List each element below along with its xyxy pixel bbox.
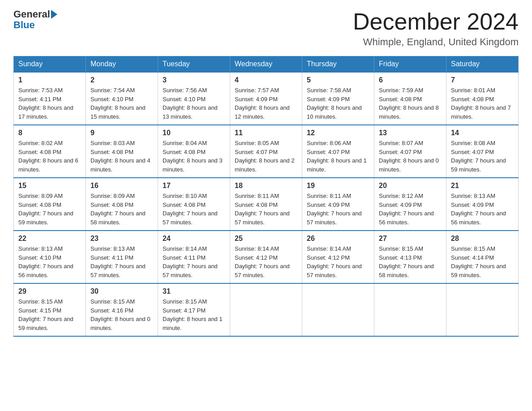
- day-number: 25: [235, 235, 297, 243]
- table-row: 5 Sunrise: 7:58 AM Sunset: 4:09 PM Dayli…: [302, 72, 374, 125]
- table-row: 27 Sunrise: 8:15 AM Sunset: 4:13 PM Dayl…: [374, 231, 446, 283]
- day-info: Sunrise: 8:14 AM Sunset: 4:11 PM Dayligh…: [163, 244, 225, 279]
- day-info: Sunrise: 7:54 AM Sunset: 4:10 PM Dayligh…: [90, 86, 153, 121]
- day-number: 15: [18, 182, 81, 190]
- day-number: 8: [18, 129, 81, 137]
- day-number: 6: [379, 76, 442, 84]
- table-row: 16 Sunrise: 8:09 AM Sunset: 4:08 PM Dayl…: [86, 178, 158, 231]
- calendar-table: Sunday Monday Tuesday Wednesday Thursday…: [13, 56, 519, 337]
- day-info: Sunrise: 8:04 AM Sunset: 4:08 PM Dayligh…: [163, 139, 225, 174]
- day-number: 29: [18, 287, 81, 295]
- table-row: 21 Sunrise: 8:13 AM Sunset: 4:09 PM Dayl…: [446, 178, 519, 231]
- day-number: 22: [18, 235, 81, 243]
- day-number: 12: [307, 129, 369, 137]
- page-header: General Blue December 2024 Whimple, Engl…: [13, 9, 519, 48]
- day-number: 9: [90, 129, 153, 137]
- table-row: 17 Sunrise: 8:10 AM Sunset: 4:08 PM Dayl…: [158, 178, 230, 231]
- day-info: Sunrise: 7:56 AM Sunset: 4:10 PM Dayligh…: [163, 86, 225, 121]
- table-row: 22 Sunrise: 8:13 AM Sunset: 4:10 PM Dayl…: [14, 231, 86, 283]
- day-info: Sunrise: 7:58 AM Sunset: 4:09 PM Dayligh…: [307, 86, 369, 121]
- day-number: 17: [163, 182, 225, 190]
- col-friday: Friday: [374, 56, 446, 73]
- day-info: Sunrise: 8:13 AM Sunset: 4:10 PM Dayligh…: [18, 244, 81, 279]
- table-row: 13 Sunrise: 8:07 AM Sunset: 4:07 PM Dayl…: [374, 125, 446, 178]
- day-info: Sunrise: 8:15 AM Sunset: 4:14 PM Dayligh…: [451, 244, 514, 279]
- day-number: 13: [379, 129, 442, 137]
- calendar-week-1: 1 Sunrise: 7:53 AM Sunset: 4:11 PM Dayli…: [14, 72, 519, 125]
- col-tuesday: Tuesday: [158, 56, 230, 73]
- day-info: Sunrise: 8:11 AM Sunset: 4:09 PM Dayligh…: [307, 192, 369, 227]
- table-row: 15 Sunrise: 8:09 AM Sunset: 4:08 PM Dayl…: [14, 178, 86, 231]
- day-info: Sunrise: 7:53 AM Sunset: 4:11 PM Dayligh…: [18, 86, 81, 121]
- table-row: 14 Sunrise: 8:08 AM Sunset: 4:07 PM Dayl…: [446, 125, 519, 178]
- day-number: 20: [379, 182, 442, 190]
- day-info: Sunrise: 8:01 AM Sunset: 4:08 PM Dayligh…: [451, 86, 514, 121]
- day-number: 26: [307, 235, 369, 243]
- table-row: 28 Sunrise: 8:15 AM Sunset: 4:14 PM Dayl…: [446, 231, 519, 283]
- day-number: 7: [451, 76, 514, 84]
- table-row: [302, 283, 374, 336]
- table-row: 29 Sunrise: 8:15 AM Sunset: 4:15 PM Dayl…: [14, 283, 86, 336]
- table-row: 1 Sunrise: 7:53 AM Sunset: 4:11 PM Dayli…: [14, 72, 86, 125]
- col-saturday: Saturday: [446, 56, 519, 73]
- col-sunday: Sunday: [14, 56, 86, 73]
- table-row: 9 Sunrise: 8:03 AM Sunset: 4:08 PM Dayli…: [86, 125, 158, 178]
- col-monday: Monday: [86, 56, 158, 73]
- table-row: [230, 283, 302, 336]
- day-info: Sunrise: 8:14 AM Sunset: 4:12 PM Dayligh…: [235, 244, 297, 279]
- day-number: 18: [235, 182, 297, 190]
- logo-general: General: [13, 9, 50, 20]
- calendar-header-row: Sunday Monday Tuesday Wednesday Thursday…: [14, 56, 519, 73]
- day-info: Sunrise: 7:59 AM Sunset: 4:08 PM Dayligh…: [379, 86, 442, 121]
- day-info: Sunrise: 8:10 AM Sunset: 4:08 PM Dayligh…: [163, 192, 225, 227]
- day-info: Sunrise: 8:15 AM Sunset: 4:15 PM Dayligh…: [18, 297, 81, 332]
- day-info: Sunrise: 8:09 AM Sunset: 4:08 PM Dayligh…: [18, 192, 81, 227]
- day-number: 3: [163, 76, 225, 84]
- table-row: 25 Sunrise: 8:14 AM Sunset: 4:12 PM Dayl…: [230, 231, 302, 283]
- table-row: 19 Sunrise: 8:11 AM Sunset: 4:09 PM Dayl…: [302, 178, 374, 231]
- table-row: 6 Sunrise: 7:59 AM Sunset: 4:08 PM Dayli…: [374, 72, 446, 125]
- day-number: 27: [379, 235, 442, 243]
- title-block: December 2024 Whimple, England, United K…: [353, 9, 519, 48]
- table-row: 4 Sunrise: 7:57 AM Sunset: 4:09 PM Dayli…: [230, 72, 302, 125]
- day-info: Sunrise: 8:12 AM Sunset: 4:09 PM Dayligh…: [379, 192, 442, 227]
- day-number: 16: [90, 182, 153, 190]
- day-info: Sunrise: 7:57 AM Sunset: 4:09 PM Dayligh…: [235, 86, 297, 121]
- day-info: Sunrise: 8:15 AM Sunset: 4:17 PM Dayligh…: [163, 297, 225, 332]
- day-info: Sunrise: 8:03 AM Sunset: 4:08 PM Dayligh…: [90, 139, 153, 174]
- table-row: 10 Sunrise: 8:04 AM Sunset: 4:08 PM Dayl…: [158, 125, 230, 178]
- table-row: 8 Sunrise: 8:02 AM Sunset: 4:08 PM Dayli…: [14, 125, 86, 178]
- day-number: 4: [235, 76, 297, 84]
- calendar-week-5: 29 Sunrise: 8:15 AM Sunset: 4:15 PM Dayl…: [14, 283, 519, 336]
- day-info: Sunrise: 8:02 AM Sunset: 4:08 PM Dayligh…: [18, 139, 81, 174]
- table-row: 7 Sunrise: 8:01 AM Sunset: 4:08 PM Dayli…: [446, 72, 519, 125]
- table-row: 12 Sunrise: 8:06 AM Sunset: 4:07 PM Dayl…: [302, 125, 374, 178]
- day-number: 2: [90, 76, 153, 84]
- day-number: 23: [90, 235, 153, 243]
- table-row: 23 Sunrise: 8:13 AM Sunset: 4:11 PM Dayl…: [86, 231, 158, 283]
- logo-arrow-icon: [51, 10, 57, 19]
- day-number: 19: [307, 182, 369, 190]
- table-row: 20 Sunrise: 8:12 AM Sunset: 4:09 PM Dayl…: [374, 178, 446, 231]
- calendar-week-4: 22 Sunrise: 8:13 AM Sunset: 4:10 PM Dayl…: [14, 231, 519, 283]
- table-row: 24 Sunrise: 8:14 AM Sunset: 4:11 PM Dayl…: [158, 231, 230, 283]
- day-info: Sunrise: 8:05 AM Sunset: 4:07 PM Dayligh…: [235, 139, 297, 174]
- table-row: [446, 283, 519, 336]
- day-info: Sunrise: 8:07 AM Sunset: 4:07 PM Dayligh…: [379, 139, 442, 174]
- table-row: 31 Sunrise: 8:15 AM Sunset: 4:17 PM Dayl…: [158, 283, 230, 336]
- calendar-week-2: 8 Sunrise: 8:02 AM Sunset: 4:08 PM Dayli…: [14, 125, 519, 178]
- day-info: Sunrise: 8:09 AM Sunset: 4:08 PM Dayligh…: [90, 192, 153, 227]
- day-number: 10: [163, 129, 225, 137]
- day-info: Sunrise: 8:15 AM Sunset: 4:13 PM Dayligh…: [379, 244, 442, 279]
- table-row: 11 Sunrise: 8:05 AM Sunset: 4:07 PM Dayl…: [230, 125, 302, 178]
- day-info: Sunrise: 8:13 AM Sunset: 4:09 PM Dayligh…: [451, 192, 514, 227]
- table-row: 26 Sunrise: 8:14 AM Sunset: 4:12 PM Dayl…: [302, 231, 374, 283]
- col-thursday: Thursday: [302, 56, 374, 73]
- day-number: 1: [18, 76, 81, 84]
- day-number: 21: [451, 182, 514, 190]
- logo-blue: Blue: [13, 20, 57, 30]
- day-number: 11: [235, 129, 297, 137]
- day-info: Sunrise: 8:13 AM Sunset: 4:11 PM Dayligh…: [90, 244, 153, 279]
- day-number: 14: [451, 129, 514, 137]
- day-number: 30: [90, 287, 153, 295]
